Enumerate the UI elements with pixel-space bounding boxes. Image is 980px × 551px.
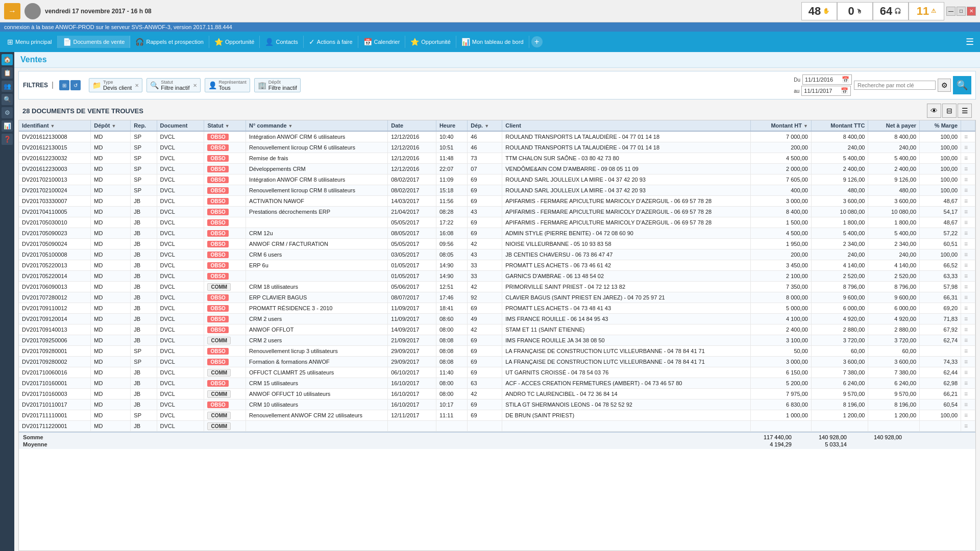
cell-menu[interactable]: ≡ xyxy=(961,292,975,303)
cell-menu[interactable]: ≡ xyxy=(961,271,975,282)
table-row[interactable]: DV201704110005 MD JB DVCL OBSO Prestatio… xyxy=(19,207,975,217)
table-row[interactable]: DV201709280001 MD SP DVCL OBSO Renouvell… xyxy=(19,346,975,357)
col-montant-ttc[interactable]: Montant TTC xyxy=(811,120,868,131)
cell-menu[interactable]: ≡ xyxy=(961,196,975,207)
filter-chip-statut[interactable]: 🔍 Statut Filtre inactif ✕ xyxy=(146,78,200,92)
col-heure[interactable]: Heure xyxy=(436,120,467,131)
row-menu-icon[interactable]: ≡ xyxy=(964,380,968,387)
row-menu-icon[interactable]: ≡ xyxy=(964,283,968,290)
filter-settings-button[interactable]: ⚙ xyxy=(938,79,951,92)
table-row[interactable]: DV201707280012 MD JB DVCL OBSO ERP CLAVI… xyxy=(19,292,975,303)
cell-menu[interactable]: ≡ xyxy=(961,367,975,378)
col-date[interactable]: Date xyxy=(388,120,436,131)
table-row[interactable]: DV201705220014 MD JB DVCL OBSO 01/05/201… xyxy=(19,271,975,282)
row-menu-icon[interactable]: ≡ xyxy=(964,347,968,355)
cell-menu[interactable]: ≡ xyxy=(961,239,975,249)
table-row[interactable]: DV201709280002 MD SP DVCL OBSO Formation… xyxy=(19,357,975,367)
row-menu-icon[interactable]: ≡ xyxy=(964,305,968,312)
cell-menu[interactable]: ≡ xyxy=(961,249,975,260)
nav-calendrier[interactable]: 📅 Calendrier xyxy=(358,36,406,48)
row-menu-icon[interactable]: ≡ xyxy=(964,326,968,333)
col-commande[interactable]: N° commande ▼ xyxy=(246,120,388,131)
cell-menu[interactable]: ≡ xyxy=(961,282,975,292)
col-document[interactable]: Document xyxy=(157,120,204,131)
table-row[interactable]: DV201702100013 MD SP DVCL OBSO Intégrati… xyxy=(19,174,975,185)
table-row[interactable]: DV201706090013 MD JB DVCL COMM CRM 18 ut… xyxy=(19,282,975,292)
documents-table-wrapper[interactable]: Identifiant ▼ Dépôt ▼ Rep. Document Stat… xyxy=(18,120,976,551)
nav-menu-principal[interactable]: ⊞ Menu principal xyxy=(2,36,58,48)
view-columns-button[interactable]: ⊟ xyxy=(942,104,957,118)
close-button[interactable]: ✕ xyxy=(967,7,976,16)
nav-opportunite-1[interactable]: ⭐ Opportunité xyxy=(209,36,260,48)
row-menu-icon[interactable]: ≡ xyxy=(964,315,968,322)
table-row[interactable]: DV201710160001 MD JB DVCL OBSO CRM 15 ut… xyxy=(19,378,975,389)
nav-opportunite-2[interactable]: ⭐ Opportunité xyxy=(405,36,456,48)
row-menu-icon[interactable]: ≡ xyxy=(964,337,968,344)
cell-menu[interactable]: ≡ xyxy=(961,207,975,217)
row-menu-icon[interactable]: ≡ xyxy=(964,251,968,258)
cell-menu[interactable]: ≡ xyxy=(961,378,975,389)
cell-menu[interactable]: ≡ xyxy=(961,228,975,239)
counter-3[interactable]: 64 🎧 xyxy=(873,2,909,20)
table-row[interactable]: DV201612230032 MD SP DVCL OBSO Remise de… xyxy=(19,153,975,164)
sidebar-icon-help[interactable]: ❓ xyxy=(2,134,13,145)
cell-menu[interactable]: ≡ xyxy=(961,303,975,314)
nav-contacts[interactable]: 👤 Contacts xyxy=(260,36,303,48)
table-row[interactable]: DV201711110001 MD SP DVCL COMM Renouvell… xyxy=(19,410,975,421)
nav-documents-vente[interactable]: 📄 Documents de vente xyxy=(58,36,131,48)
calendar-au-icon[interactable]: 📅 xyxy=(841,87,848,94)
search-button[interactable]: 🔍 xyxy=(953,76,971,94)
minimize-button[interactable]: — xyxy=(946,7,955,16)
sidebar-icon-home[interactable]: 🏠 xyxy=(2,54,13,65)
row-menu-icon[interactable]: ≡ xyxy=(964,144,968,151)
table-row[interactable]: DV201612130008 MD SP DVCL OBSO Intégrati… xyxy=(19,131,975,142)
cell-menu[interactable]: ≡ xyxy=(961,389,975,399)
row-menu-icon[interactable]: ≡ xyxy=(964,272,968,280)
cell-menu[interactable]: ≡ xyxy=(961,410,975,421)
row-menu-icon[interactable]: ≡ xyxy=(964,230,968,237)
row-menu-icon[interactable]: ≡ xyxy=(964,219,968,226)
table-row[interactable]: DV201705220013 MD JB DVCL OBSO ERP 6u 01… xyxy=(19,260,975,271)
table-row[interactable]: DV201709140013 MD JB DVCL OBSO ANWOF OFF… xyxy=(19,324,975,335)
nav-rappels[interactable]: 🎧 Rappels et prospection xyxy=(130,36,209,48)
row-menu-icon[interactable]: ≡ xyxy=(964,262,968,269)
table-row[interactable]: DV201711220001 MD JB DVCL COMM ≡ xyxy=(19,421,975,432)
cell-menu[interactable]: ≡ xyxy=(961,399,975,410)
filter-type-remove[interactable]: ✕ xyxy=(135,83,139,88)
sidebar-icon-docs[interactable]: 📋 xyxy=(2,67,13,79)
table-row[interactable]: DV201705090024 MD JB DVCL OBSO ANWOF CRM… xyxy=(19,239,975,249)
col-identifiant[interactable]: Identifiant ▼ xyxy=(19,120,91,131)
cell-menu[interactable]: ≡ xyxy=(961,174,975,185)
col-marge[interactable]: % Marge xyxy=(920,120,961,131)
table-row[interactable]: DV201705100008 MD JB DVCL OBSO CRM 6 use… xyxy=(19,249,975,260)
table-row[interactable]: DV201710160003 MD JB DVCL COMM ANWOF OFF… xyxy=(19,389,975,399)
table-row[interactable]: DV201703330007 MD JB DVCL OBSO ACTIVATIO… xyxy=(19,196,975,207)
table-row[interactable]: DV201710060016 MD JB DVCL COMM OFFUCT CL… xyxy=(19,367,975,378)
row-menu-icon[interactable]: ≡ xyxy=(964,165,968,172)
filter-statut-remove[interactable]: ✕ xyxy=(193,83,197,88)
cell-menu[interactable]: ≡ xyxy=(961,324,975,335)
view-eye-button[interactable]: 👁 xyxy=(927,104,941,118)
col-net-payer[interactable]: Net à payer xyxy=(868,120,920,131)
cell-menu[interactable]: ≡ xyxy=(961,314,975,324)
row-menu-icon[interactable]: ≡ xyxy=(964,176,968,183)
counter-2[interactable]: 0 🖱 xyxy=(837,2,873,20)
row-menu-icon[interactable]: ≡ xyxy=(964,133,968,140)
table-row[interactable]: DV201710110017 MD JB DVCL OBSO CRM 10 ut… xyxy=(19,399,975,410)
filter-chip-representant[interactable]: 👤 Représentant Tous xyxy=(205,78,250,92)
nav-add-button[interactable]: + xyxy=(531,36,543,47)
counter-4[interactable]: 11 ⚠ xyxy=(909,2,944,20)
cell-menu[interactable]: ≡ xyxy=(961,217,975,228)
sidebar-icon-users[interactable]: 👥 xyxy=(2,81,13,92)
filter-chip-type[interactable]: 📁 Type Devis client ✕ xyxy=(89,78,142,92)
sidebar-icon-settings[interactable]: ⚙ xyxy=(2,107,13,118)
table-row[interactable]: DV201705030010 MD JB DVCL OBSO 05/05/201… xyxy=(19,217,975,228)
row-menu-icon[interactable]: ≡ xyxy=(964,358,968,365)
cell-menu[interactable]: ≡ xyxy=(961,164,975,174)
col-statut[interactable]: Statut ▼ xyxy=(204,120,246,131)
table-row[interactable]: DV201612230003 MD SP DVCL OBSO Développe… xyxy=(19,164,975,174)
sidebar-icon-chart[interactable]: 📊 xyxy=(2,120,13,132)
nav-sidebar-toggle[interactable]: ☰ xyxy=(962,36,978,47)
maximize-button[interactable]: □ xyxy=(957,7,966,16)
col-montant-ht[interactable]: Montant HT ▼ xyxy=(751,120,812,131)
